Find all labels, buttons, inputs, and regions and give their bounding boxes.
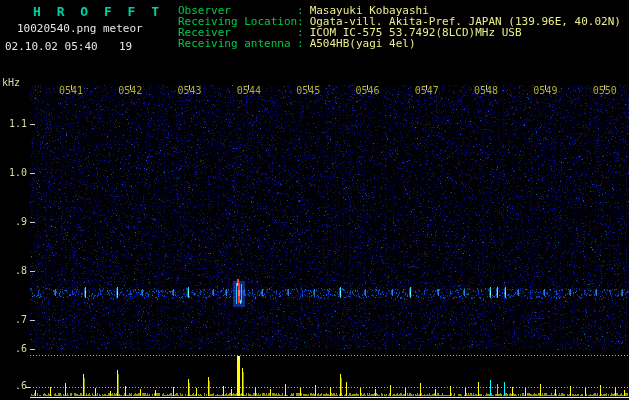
observation-info: Observer:Masayuki Kobayashi Receiving Lo… [178, 5, 621, 49]
time-label: 0548 [474, 86, 498, 96]
time-label: 0545 [296, 86, 320, 96]
time-label: 0550 [593, 86, 617, 96]
time-label: 0541 [59, 86, 83, 96]
lower-panel-tick-label: .6 [0, 381, 27, 391]
datetime-label: 02.10.02 05:40 [5, 41, 98, 52]
mode-label: meteor [103, 23, 143, 34]
time-label: 0546 [355, 86, 379, 96]
meteor-count: 19 [119, 41, 132, 52]
hrofft-app: H R O F F T 10020540.png meteor 02.10.02… [0, 0, 629, 400]
time-label: 0543 [178, 86, 202, 96]
spectrogram-canvas [0, 0, 629, 400]
freq-label: 1.0 [0, 168, 27, 178]
info-value: A504HB(yagi 4el) [310, 37, 416, 50]
freq-label: .8 [0, 266, 27, 276]
freq-label: .6 [0, 344, 27, 354]
time-label: 0549 [533, 86, 557, 96]
filename-label: 10020540.png [17, 23, 96, 34]
info-row-antenna: Receiving antenna:A504HB(yagi 4el) [178, 38, 621, 49]
freq-axis-unit: kHz [2, 78, 20, 88]
app-title: H R O F F T [33, 4, 163, 19]
separator: : [297, 37, 304, 50]
time-label: 0544 [237, 86, 261, 96]
freq-label: .7 [0, 315, 27, 325]
time-label: 0542 [118, 86, 142, 96]
info-label: Receiving antenna [178, 38, 297, 49]
freq-label: .9 [0, 217, 27, 227]
time-label: 0547 [415, 86, 439, 96]
freq-label: 1.1 [0, 119, 27, 129]
